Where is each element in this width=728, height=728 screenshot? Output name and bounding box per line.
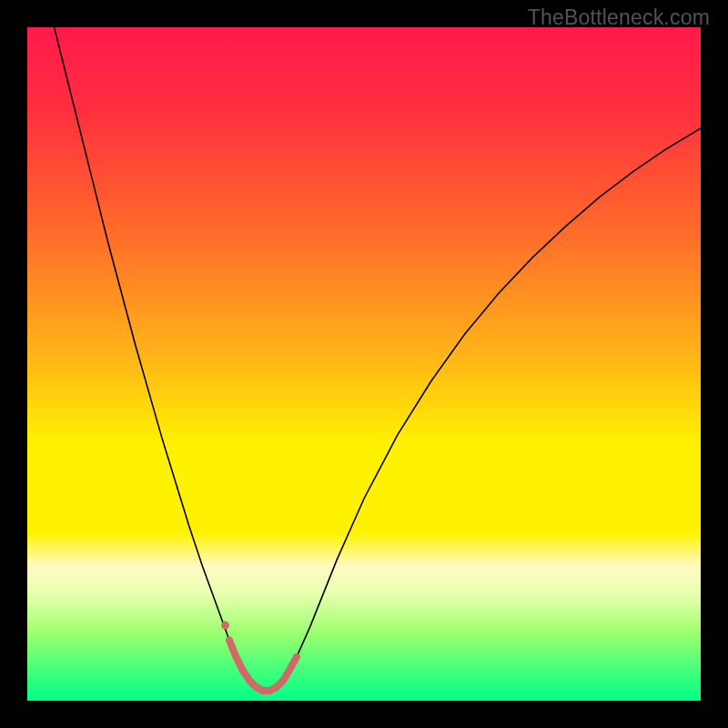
marker-layer <box>221 622 229 630</box>
watermark-text: TheBottleneck.com <box>528 5 710 30</box>
bottleneck-chart <box>27 27 701 701</box>
gradient-background <box>27 27 701 701</box>
chart-frame: TheBottleneck.com <box>0 0 728 728</box>
plot-area <box>27 27 701 701</box>
highlight-dot <box>221 622 229 630</box>
